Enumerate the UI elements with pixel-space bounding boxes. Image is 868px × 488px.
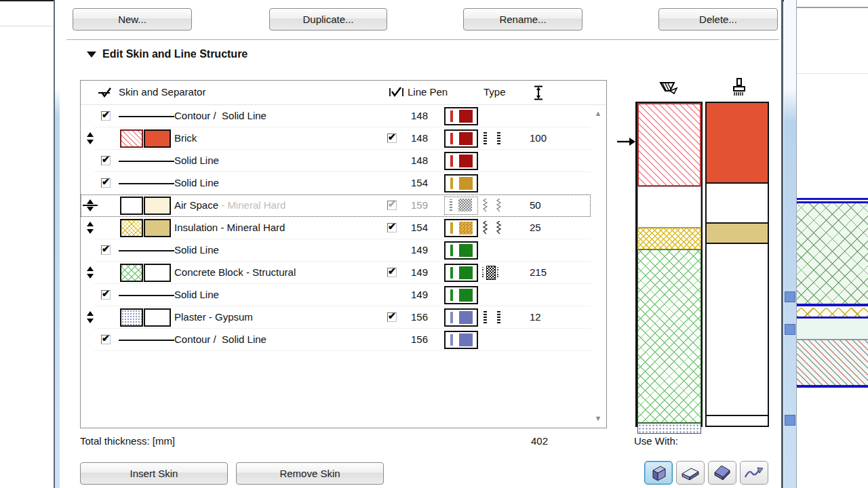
- fill-pattern-swatch[interactable]: [120, 264, 143, 282]
- drag-handle-icon[interactable]: [85, 131, 95, 145]
- roof-icon: [712, 464, 732, 482]
- total-thickness-value: 402: [531, 435, 548, 447]
- pen-number[interactable]: 156: [398, 333, 428, 345]
- scroll-down-icon[interactable]: ▼: [591, 414, 606, 425]
- fill-pattern-swatch[interactable]: [120, 197, 143, 215]
- skin-type-finish-bars-icon[interactable]: [482, 131, 517, 145]
- type-column-header[interactable]: Type: [484, 86, 506, 98]
- fill-pattern-swatch[interactable]: [120, 219, 143, 237]
- thickness-value[interactable]: 50: [530, 199, 564, 211]
- edge-strip-mark: [785, 291, 795, 302]
- preview-air-surface: [707, 184, 768, 224]
- wall-brick-hatch: [797, 340, 868, 385]
- pen-color-swatch[interactable]: [444, 129, 478, 148]
- visibility-checkbox[interactable]: [387, 312, 397, 322]
- use-with-slab-button[interactable]: [676, 461, 705, 485]
- row-label: Air Space - Mineral Hard: [174, 199, 285, 211]
- preview-insulation-surface: [707, 224, 768, 244]
- visibility-checkbox[interactable]: [101, 335, 111, 344]
- rename-button[interactable]: Rename...: [463, 8, 583, 30]
- thickness-value[interactable]: 12: [530, 311, 564, 323]
- separator-row-contour-top[interactable]: Contour / Solid Line 148: [81, 105, 591, 127]
- skin-row-brick[interactable]: Brick 148 100: [81, 127, 591, 150]
- skin-type-core-icon[interactable]: [482, 266, 517, 279]
- pen-color-swatch[interactable]: [444, 264, 478, 282]
- wall-skin-line: [797, 317, 868, 319]
- skin-type-finish-bars-icon[interactable]: [482, 310, 517, 324]
- pen-number[interactable]: 149: [398, 289, 428, 300]
- delete-button[interactable]: Delete...: [658, 8, 778, 30]
- duplicate-button[interactable]: Duplicate...: [269, 8, 387, 30]
- pen-number[interactable]: 148: [398, 110, 428, 121]
- fill-pattern-swatch[interactable]: [120, 308, 143, 327]
- section-header[interactable]: Edit Skin and Line Structure: [87, 48, 248, 60]
- visibility-checkbox[interactable]: [387, 223, 397, 232]
- separator-row[interactable]: Solid Line 154: [81, 172, 591, 195]
- pen-color-swatch[interactable]: [444, 241, 478, 260]
- drag-handle-icon[interactable]: [85, 266, 95, 279]
- visibility-checkbox[interactable]: [101, 178, 111, 188]
- visibility-checkbox[interactable]: [101, 156, 111, 165]
- thickness-value[interactable]: 215: [530, 266, 564, 278]
- pen-number[interactable]: 148: [398, 132, 428, 144]
- pen-color-swatch[interactable]: [444, 331, 478, 349]
- separator-row-contour-bottom[interactable]: Contour / Solid Line 156: [81, 329, 591, 351]
- drag-handle-icon[interactable]: [85, 310, 95, 324]
- pen-number[interactable]: 159: [398, 199, 428, 211]
- surface-color-swatch[interactable]: [144, 219, 171, 237]
- pen-number[interactable]: 154: [398, 177, 428, 188]
- visibility-checkbox-disabled[interactable]: [387, 201, 397, 210]
- pen-number[interactable]: 149: [398, 244, 428, 256]
- skin-row-insulation[interactable]: Insulation - Mineral Hard 154 25: [81, 217, 591, 239]
- skin-type-wavy-bars-icon[interactable]: [482, 199, 517, 212]
- use-with-roof-button[interactable]: [708, 461, 736, 485]
- insert-skin-button[interactable]: Insert Skin: [80, 462, 228, 485]
- pen-number[interactable]: 148: [398, 155, 428, 166]
- pen-color-swatch[interactable]: [444, 152, 478, 170]
- preview-fill-pattern-column: [635, 102, 703, 427]
- pen-number[interactable]: 149: [398, 266, 428, 278]
- use-with-shell-button[interactable]: [740, 461, 768, 485]
- thickness-arrow-icon: [534, 85, 543, 100]
- skin-rows: Contour / Solid Line 148 Brick 148 100: [81, 105, 606, 351]
- use-with-wall-button[interactable]: [644, 461, 673, 485]
- skin-row-air-space-dragging[interactable]: Air Space - Mineral Hard 159 50: [81, 195, 591, 217]
- pen-number[interactable]: 154: [398, 222, 428, 233]
- visibility-checkbox[interactable]: [101, 111, 111, 121]
- visibility-checkbox[interactable]: [387, 268, 397, 277]
- pen-number[interactable]: 156: [398, 311, 428, 323]
- skin-column-header[interactable]: Skin and Separator: [119, 86, 205, 98]
- visibility-checkbox[interactable]: [387, 134, 397, 143]
- surface-color-swatch[interactable]: [144, 264, 171, 282]
- surface-color-swatch[interactable]: [144, 197, 171, 215]
- visibility-checkbox[interactable]: [101, 245, 111, 255]
- visibility-checkbox[interactable]: [101, 290, 111, 300]
- separator-row[interactable]: Solid Line 148: [81, 150, 591, 172]
- thickness-value[interactable]: 100: [530, 132, 564, 144]
- skin-type-wavy-bars-icon[interactable]: [482, 221, 517, 235]
- remove-skin-button[interactable]: Remove Skin: [236, 462, 384, 485]
- pen-column-header[interactable]: Line Pen: [408, 86, 448, 98]
- new-button[interactable]: New...: [73, 8, 192, 30]
- pen-color-swatch[interactable]: [444, 219, 478, 237]
- row-label: Solid Line: [174, 177, 219, 188]
- pen-color-swatch[interactable]: [444, 286, 478, 304]
- surface-color-swatch[interactable]: [144, 129, 171, 148]
- pen-color-swatch[interactable]: [444, 107, 478, 125]
- list-header: Skin and Separator Line Pen Type: [81, 81, 606, 105]
- ghost-label: - Mineral Hard: [218, 199, 285, 211]
- preview-plaster-fill: [637, 423, 701, 434]
- separator-row[interactable]: Solid Line 149: [81, 284, 591, 306]
- fill-pattern-swatch[interactable]: [120, 129, 143, 148]
- pen-color-swatch[interactable]: [444, 174, 478, 192]
- pen-color-swatch[interactable]: [444, 308, 478, 327]
- scroll-up-icon[interactable]: ▲: [591, 109, 606, 120]
- drag-handle-icon[interactable]: [85, 221, 95, 235]
- surface-color-swatch[interactable]: [144, 308, 171, 327]
- pen-color-swatch-disabled[interactable]: [444, 197, 478, 215]
- thickness-value[interactable]: 25: [530, 222, 564, 233]
- skin-row-concrete-block[interactable]: Concrete Block - Structural 149 215: [81, 262, 591, 284]
- move-drag-handle-icon[interactable]: [85, 199, 95, 212]
- separator-row[interactable]: Solid Line 149: [81, 239, 591, 262]
- skin-row-plaster[interactable]: Plaster - Gypsum 156 12: [81, 306, 591, 329]
